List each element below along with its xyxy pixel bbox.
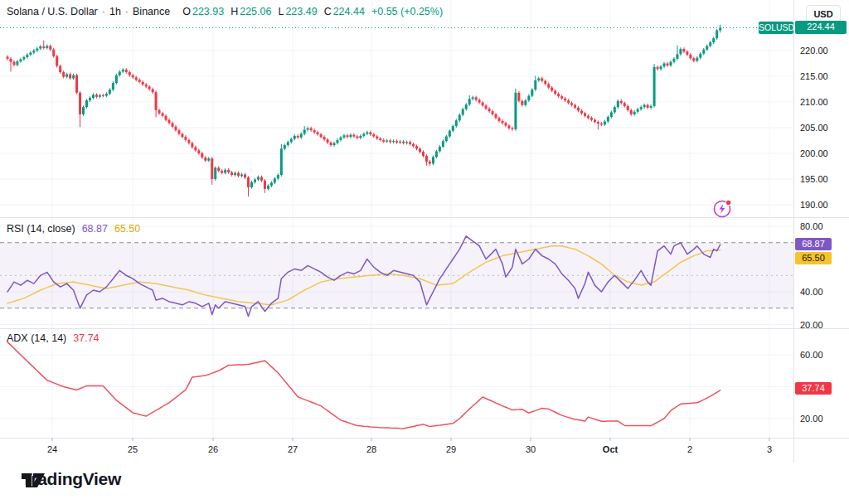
candle-body <box>511 128 513 129</box>
high-key: H <box>230 6 238 17</box>
candle-body <box>531 90 533 95</box>
candle-body <box>191 143 193 148</box>
candle-body <box>643 105 646 107</box>
candle-body <box>498 118 501 121</box>
candle-body <box>682 49 685 51</box>
candle-body <box>386 141 388 142</box>
candle-body <box>527 96 530 101</box>
rsi-value: 68.87 <box>82 223 108 235</box>
axis-tick-label: 60.00 <box>800 350 823 360</box>
candle-body <box>158 110 161 114</box>
low-value: 223.49 <box>285 6 317 17</box>
legend-separator-2: · <box>125 6 129 17</box>
candle-body <box>544 81 546 85</box>
candle-body <box>663 64 666 67</box>
axis-tick-label: 200.00 <box>800 148 828 158</box>
candle-body <box>445 137 448 142</box>
candle-body <box>75 75 78 93</box>
candle-body <box>162 114 164 116</box>
candle-body <box>119 71 121 75</box>
candle-body <box>570 103 573 104</box>
candle-body <box>455 120 458 126</box>
candle-body <box>415 146 418 148</box>
candle-body <box>439 147 441 152</box>
candle-body <box>247 177 250 187</box>
candle-body <box>280 148 283 175</box>
candle-body <box>194 148 196 151</box>
time-label: Oct <box>603 444 618 454</box>
candle-body <box>419 148 421 152</box>
time-label: 24 <box>47 444 57 454</box>
candle-body <box>300 133 303 137</box>
candle-body <box>95 94 98 96</box>
candle-body <box>234 173 236 175</box>
candle-body <box>627 106 629 110</box>
candle-body <box>547 84 550 87</box>
candle-body <box>534 80 536 90</box>
flash-icon[interactable] <box>715 200 732 217</box>
candle-body <box>686 51 688 55</box>
candle-body <box>217 167 220 171</box>
candle-body <box>617 101 619 107</box>
candle-body <box>142 82 144 85</box>
candle-body <box>59 66 61 72</box>
candle-body <box>132 75 134 77</box>
candle-body <box>366 133 368 134</box>
candle-body <box>422 152 424 156</box>
candle-body <box>379 138 381 140</box>
candle-body <box>105 94 108 95</box>
tradingview-logo-icon <box>22 469 46 492</box>
candle-body <box>604 122 606 125</box>
rsi-title[interactable]: RSI (14, close) <box>7 223 75 235</box>
candle-body <box>270 182 273 186</box>
candle-body <box>250 182 253 187</box>
candle-body <box>197 150 200 153</box>
symbol-price-label: SOLUSD <box>759 22 793 34</box>
candle-body <box>32 51 35 52</box>
candle-body <box>660 66 662 69</box>
candle-body <box>277 175 279 178</box>
symbol-title[interactable]: Solana / U.S. Dollar <box>7 6 98 17</box>
candle-body <box>287 142 289 145</box>
axis-tick-label: 220.00 <box>800 46 828 56</box>
candle-body <box>168 120 171 124</box>
candle-body <box>307 128 309 130</box>
candle-body <box>317 133 319 134</box>
candle-body <box>12 62 15 65</box>
candle-body <box>597 122 599 124</box>
candle-body <box>72 75 75 79</box>
candle-body <box>676 54 678 59</box>
candle-body <box>478 100 481 103</box>
adx-title[interactable]: ADX (14, 14) <box>7 332 66 344</box>
tradingview-logo[interactable]: TradingView <box>22 469 121 489</box>
last-price-badge: 224.44 <box>795 21 847 34</box>
time-axis[interactable]: 24252627282930Oct23 <box>0 438 849 463</box>
axis-tick-label: 20.00 <box>800 414 823 424</box>
candle-body <box>653 67 656 106</box>
ohlc-values: O 223.93 H 225.06 L 223.49 C 224.44 +0.5… <box>177 6 443 17</box>
candle-body <box>359 136 361 138</box>
candle-body <box>574 105 576 108</box>
axis-tick-label: 20.00 <box>800 320 823 330</box>
candle-body <box>362 133 365 135</box>
candle-body <box>342 135 345 137</box>
candle-body <box>405 142 408 143</box>
candle-body <box>442 141 444 147</box>
legend-separator: · <box>102 6 105 17</box>
candle-body <box>475 97 478 99</box>
candle-body <box>274 178 276 182</box>
candle-body <box>672 59 675 62</box>
candle-body <box>69 75 71 79</box>
candle-body <box>452 126 454 131</box>
price-axis[interactable]: USD 224.44 68.87 65.50 37.74 220.00215.0… <box>794 0 849 463</box>
tradingview-chart-window: Solana / U.S. Dollar · 1h · Binance O 22… <box>0 0 849 504</box>
open-key: O <box>182 6 191 17</box>
candle-body <box>587 116 589 118</box>
candle-body <box>650 106 653 108</box>
candle-body <box>392 141 395 142</box>
exchange-label: Binance <box>133 6 170 17</box>
candle-body <box>485 105 488 109</box>
candle-body <box>557 94 560 96</box>
interval-label[interactable]: 1h <box>109 6 121 17</box>
chart-legend: Solana / U.S. Dollar · 1h · Binance O 22… <box>7 6 443 17</box>
